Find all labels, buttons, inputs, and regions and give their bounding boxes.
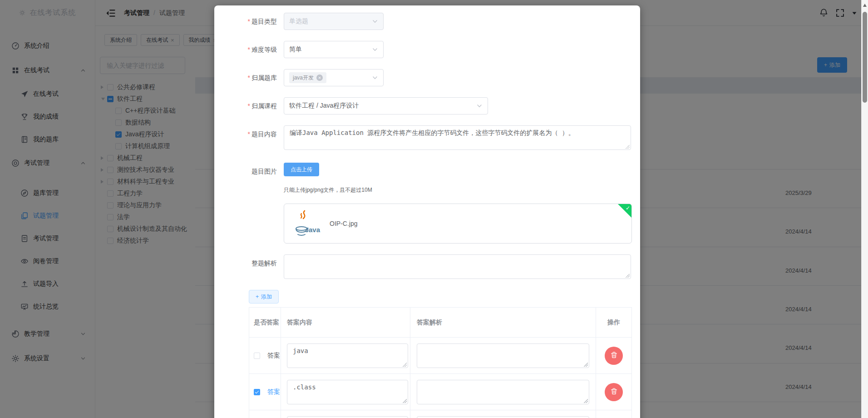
edit-question-dialog: *题目类型 单选题 *难度等级 简单 *归属题库 java开发× *归属课程 软… (214, 5, 640, 418)
form-row-question-type: *题目类型 单选题 (223, 13, 631, 30)
answer-row: 答案 (249, 410, 631, 418)
chevron-down-icon (372, 46, 378, 53)
field-label: 整题解析 (252, 259, 277, 267)
thumb-text: Java (305, 226, 320, 234)
file-name: OIP-C.jpg (330, 220, 357, 227)
app-window: 在线考试系统 系统介绍在线考试在线考试我的成绩我的题库考试管理题库管理试题管理考… (0, 0, 868, 418)
answer-row: 答案.class (249, 374, 631, 410)
course-cascader[interactable]: 软件工程 / Java程序设计 (284, 97, 488, 114)
difficulty-select[interactable]: 简单 (284, 41, 384, 58)
delete-answer-button[interactable] (605, 347, 623, 365)
form-row-difficulty: *难度等级 简单 (223, 41, 631, 58)
field-label: 归属课程 (252, 102, 277, 109)
answer-row-label: 答案 (267, 388, 280, 396)
uploaded-file-item[interactable]: Java OIP-C.jpg ✓ (284, 204, 632, 244)
chevron-down-icon (372, 75, 378, 81)
answer-content-textarea[interactable]: java (287, 343, 408, 368)
chevron-down-icon (476, 103, 483, 109)
add-answer-button[interactable]: +添加 (249, 290, 279, 304)
scrollbar-thumb[interactable] (863, 12, 867, 103)
field-label: 题目类型 (252, 18, 277, 25)
is-answer-checkbox[interactable] (254, 389, 260, 395)
is-answer-checkbox[interactable] (254, 353, 260, 359)
field-label: 题目图片 (252, 168, 277, 175)
form-row-content: *题目内容 编译Java Application 源程序文件将产生相应的字节码文… (223, 125, 631, 150)
required-mark: * (248, 130, 250, 138)
answers-table-header: 是否答案 答案内容 答案解析 操作 (249, 308, 631, 338)
answer-analysis-textarea[interactable] (417, 380, 589, 404)
answers-table: 是否答案 答案内容 答案解析 操作 答案java答案.class答案 (249, 307, 632, 418)
answer-content-textarea[interactable]: .class (287, 380, 408, 404)
required-mark: * (248, 18, 250, 25)
field-label: 归属题库 (252, 74, 277, 81)
answer-analysis-textarea[interactable] (417, 416, 589, 418)
field-label: 题目内容 (252, 130, 277, 138)
question-content-textarea[interactable]: 编译Java Application 源程序文件将产生相应的字节码文件，这些字节… (284, 125, 631, 150)
select-value: 简单 (289, 45, 302, 54)
select-value: 单选题 (289, 17, 308, 25)
check-icon: ✓ (626, 205, 630, 211)
select-value: 软件工程 / Java程序设计 (289, 102, 359, 110)
form-row-analysis: 整题解析 (223, 254, 631, 279)
remove-tag-icon[interactable]: × (316, 75, 323, 81)
bank-tag: java开发× (289, 72, 326, 83)
required-mark: * (248, 102, 250, 109)
form-row-bank: *归属题库 java开发× (223, 69, 631, 86)
plus-icon: + (256, 294, 259, 300)
required-mark: * (248, 46, 250, 53)
col-header: 是否答案 (249, 308, 281, 337)
col-header: 答案解析 (410, 308, 596, 337)
required-mark: * (248, 74, 250, 81)
question-type-select[interactable]: 单选题 (284, 13, 384, 30)
upload-button[interactable]: 点击上传 (284, 163, 319, 176)
form-row-course: *归属课程 软件工程 / Java程序设计 (223, 97, 631, 114)
trash-icon (610, 388, 618, 397)
field-label: 难度等级 (252, 46, 277, 53)
form-row-image: 题目图片 点击上传 只能上传jpg/png文件，且不超过10M Java (223, 163, 631, 244)
upload-tip: 只能上传jpg/png文件，且不超过10M (284, 186, 632, 194)
delete-answer-button[interactable] (605, 383, 623, 401)
chevron-down-icon (372, 18, 378, 25)
answer-content-textarea[interactable] (287, 416, 408, 418)
java-logo-thumbnail: Java (288, 207, 321, 240)
col-header: 答案内容 (281, 308, 410, 337)
col-header: 操作 (596, 308, 631, 337)
answer-row: 答案java (249, 338, 631, 374)
dialog-scrollbar[interactable] (861, 0, 868, 418)
trash-icon (610, 351, 618, 360)
answer-row-label: 答案 (267, 352, 280, 360)
scroll-up-arrow[interactable] (863, 2, 867, 7)
answer-analysis-textarea[interactable] (417, 343, 589, 368)
analysis-textarea[interactable] (284, 254, 631, 279)
bank-multiselect[interactable]: java开发× (284, 69, 384, 86)
